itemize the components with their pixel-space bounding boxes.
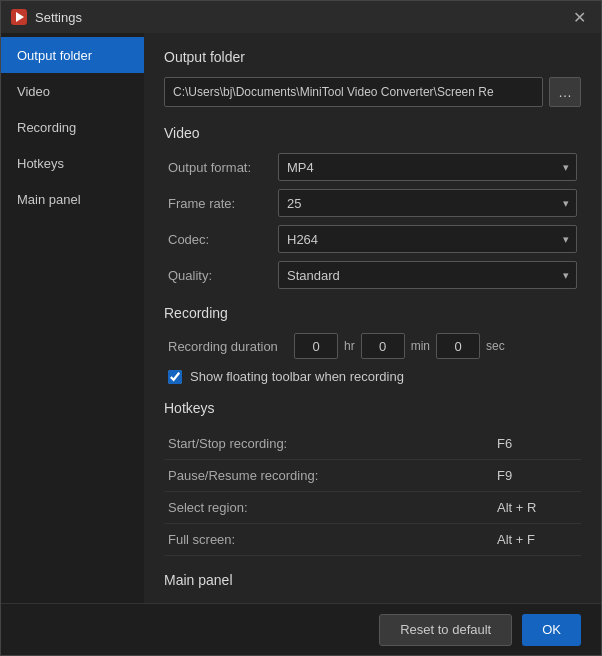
- floating-toolbar-row: Show floating toolbar when recording: [164, 369, 581, 384]
- window-title: Settings: [35, 10, 567, 25]
- frame-rate-select[interactable]: 25 15 20 30 60: [278, 189, 577, 217]
- hotkeys-section: Hotkeys Start/Stop recording: F6 Pause/R…: [164, 400, 581, 556]
- frame-rate-label: Frame rate:: [168, 196, 278, 211]
- footer: Reset to default OK: [1, 603, 601, 655]
- video-section: Video Output format: MP4 AVI MKV MOV ▾: [164, 125, 581, 289]
- output-folder-title: Output folder: [164, 49, 581, 65]
- quality-wrapper: Standard Low High Lossless ▾: [278, 261, 577, 289]
- hotkey-full-screen-value: Alt + F: [497, 532, 577, 547]
- duration-sec-input[interactable]: [436, 333, 480, 359]
- sec-unit: sec: [486, 339, 505, 353]
- recording-duration-row: Recording duration hr min sec: [164, 333, 581, 359]
- recording-duration-label: Recording duration: [168, 339, 288, 354]
- app-icon: [11, 9, 27, 25]
- close-button[interactable]: ✕: [567, 5, 591, 29]
- sidebar-item-main-panel[interactable]: Main panel: [1, 181, 144, 217]
- hotkey-select-region-label: Select region:: [168, 500, 497, 515]
- hotkey-select-region-value: Alt + R: [497, 500, 577, 515]
- hotkey-row-full-screen: Full screen: Alt + F: [164, 524, 581, 556]
- main-panel-title: Main panel: [164, 572, 581, 588]
- hr-unit: hr: [344, 339, 355, 353]
- frame-rate-row: Frame rate: 25 15 20 30 60 ▾: [164, 189, 581, 217]
- video-section-title: Video: [164, 125, 581, 141]
- hotkeys-title: Hotkeys: [164, 400, 581, 416]
- settings-window: Settings ✕ Output folder Video Recording…: [0, 0, 602, 656]
- quality-row: Quality: Standard Low High Lossless ▾: [164, 261, 581, 289]
- duration-min-input[interactable]: [361, 333, 405, 359]
- min-unit: min: [411, 339, 430, 353]
- output-folder-row: C:\Users\bj\Documents\MiniTool Video Con…: [164, 77, 581, 107]
- recording-section-title: Recording: [164, 305, 581, 321]
- sidebar: Output folder Video Recording Hotkeys Ma…: [1, 33, 144, 603]
- title-bar: Settings ✕: [1, 1, 601, 33]
- content-area: Output folder Video Recording Hotkeys Ma…: [1, 33, 601, 603]
- main-panel-section: Main panel: [164, 572, 581, 588]
- codec-wrapper: H264 H265 MPEG4 ▾: [278, 225, 577, 253]
- hotkey-full-screen-label: Full screen:: [168, 532, 497, 547]
- output-format-wrapper: MP4 AVI MKV MOV ▾: [278, 153, 577, 181]
- quality-select[interactable]: Standard Low High Lossless: [278, 261, 577, 289]
- duration-hr-input[interactable]: [294, 333, 338, 359]
- hotkey-row-pause-resume: Pause/Resume recording: F9: [164, 460, 581, 492]
- hotkey-start-stop-value: F6: [497, 436, 577, 451]
- browse-button[interactable]: …: [549, 77, 581, 107]
- codec-label: Codec:: [168, 232, 278, 247]
- hotkey-row-select-region: Select region: Alt + R: [164, 492, 581, 524]
- folder-path-display: C:\Users\bj\Documents\MiniTool Video Con…: [164, 77, 543, 107]
- sidebar-item-output-folder[interactable]: Output folder: [1, 37, 144, 73]
- sidebar-item-video[interactable]: Video: [1, 73, 144, 109]
- sidebar-item-hotkeys[interactable]: Hotkeys: [1, 145, 144, 181]
- sidebar-item-recording[interactable]: Recording: [1, 109, 144, 145]
- hotkey-start-stop-label: Start/Stop recording:: [168, 436, 497, 451]
- recording-section: Recording Recording duration hr min sec …: [164, 305, 581, 384]
- codec-row: Codec: H264 H265 MPEG4 ▾: [164, 225, 581, 253]
- output-format-label: Output format:: [168, 160, 278, 175]
- reset-button[interactable]: Reset to default: [379, 614, 512, 646]
- output-format-row: Output format: MP4 AVI MKV MOV ▾: [164, 153, 581, 181]
- hotkey-row-start-stop: Start/Stop recording: F6: [164, 428, 581, 460]
- output-format-select[interactable]: MP4 AVI MKV MOV: [278, 153, 577, 181]
- hotkey-pause-resume-value: F9: [497, 468, 577, 483]
- quality-label: Quality:: [168, 268, 278, 283]
- main-content: Output folder C:\Users\bj\Documents\Mini…: [144, 33, 601, 603]
- codec-select[interactable]: H264 H265 MPEG4: [278, 225, 577, 253]
- hotkey-pause-resume-label: Pause/Resume recording:: [168, 468, 497, 483]
- floating-toolbar-checkbox[interactable]: [168, 370, 182, 384]
- ok-button[interactable]: OK: [522, 614, 581, 646]
- frame-rate-wrapper: 25 15 20 30 60 ▾: [278, 189, 577, 217]
- floating-toolbar-label: Show floating toolbar when recording: [190, 369, 404, 384]
